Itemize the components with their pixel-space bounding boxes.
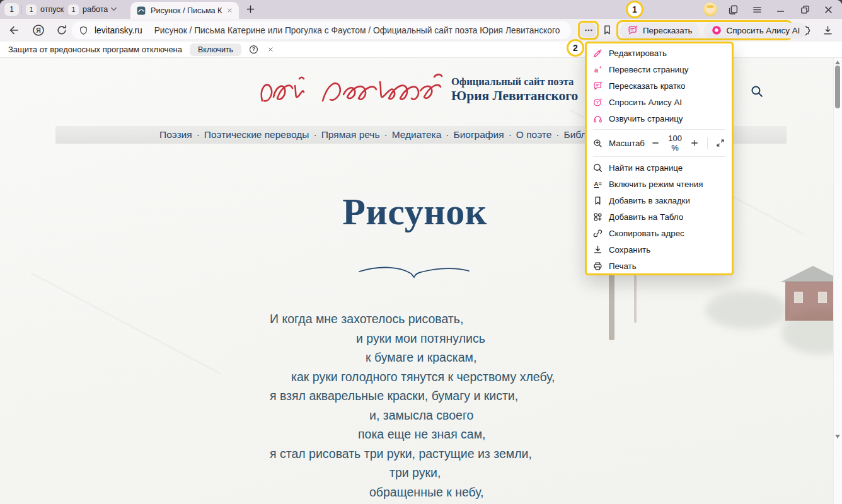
bookmark-icon[interactable]: [601, 24, 613, 36]
menu-divider: [593, 156, 725, 157]
tableau-grid-icon: [592, 212, 603, 222]
back-button[interactable]: [8, 24, 20, 37]
highlight-box-ai-buttons: Пересказать Спросить Алису AI: [616, 20, 793, 40]
alice-chat-icon: [592, 97, 603, 108]
summarize-button[interactable]: Пересказать: [620, 23, 700, 38]
menu-vertical-divider: [707, 137, 708, 149]
scrollbar-down-arrow[interactable]: [835, 435, 840, 438]
active-tab-title: Рисунок / Письма Кате: [151, 6, 222, 15]
printer-icon: [592, 261, 603, 272]
nav-item-direct-speech[interactable]: Прямая речь: [321, 129, 380, 140]
browser-menu-icon[interactable]: [751, 4, 763, 16]
link-icon: [592, 228, 603, 239]
menu-item-read-aloud[interactable]: Озвучить страницу: [587, 110, 732, 127]
decorative-flourish: [358, 265, 470, 282]
enable-protection-button[interactable]: Включить: [190, 43, 241, 56]
menu-item-reader-mode[interactable]: Включить режим чтения: [587, 176, 732, 192]
tab-group-count: 1: [68, 4, 79, 15]
tagline-line2: Юрия Левитанского: [451, 88, 578, 104]
nav-separator: ·: [197, 129, 200, 140]
site-search-icon[interactable]: [749, 83, 765, 100]
tab-separator: [21, 5, 22, 14]
poem-line: пока еще не зная сам,: [358, 425, 555, 444]
menu-item-label: Редактировать: [609, 49, 667, 58]
poem-line: к бумаге и краскам,: [366, 348, 555, 367]
restore-window-button[interactable]: [799, 4, 811, 16]
minimize-button[interactable]: [775, 4, 787, 16]
poem-line: и, замысла своего: [369, 406, 555, 425]
fullscreen-icon[interactable]: [715, 137, 725, 149]
nav-item-poetry[interactable]: Поэзия: [159, 129, 192, 140]
nav-separator: ·: [556, 129, 559, 140]
poem: И когда мне захотелось рисовать, и руки …: [270, 309, 555, 501]
menu-item-edit[interactable]: Редактировать: [587, 45, 732, 61]
menu-item-summarize-briefly[interactable]: Пересказать кратко: [587, 77, 732, 94]
site-logo-signature[interactable]: [257, 68, 446, 113]
nav-item-media[interactable]: Медиатека: [392, 129, 442, 140]
poem-line: И когда мне захотелось рисовать,: [270, 309, 555, 329]
menu-item-translate-page[interactable]: Перевести страницу: [587, 61, 732, 77]
search-icon: [592, 163, 603, 173]
menu-item-ask-alice[interactable]: Спросить Алису AI: [587, 94, 732, 110]
refresh-button[interactable]: [55, 24, 68, 37]
menu-item-add-bookmark[interactable]: Добавить в закладки: [587, 192, 732, 209]
menu-item-print[interactable]: Печать: [587, 258, 732, 274]
zoom-in-icon: [592, 138, 603, 149]
active-tab[interactable]: Рисунок / Письма Кате: [130, 2, 239, 19]
site-tagline: Официальный сайт поэта Юрия Левитанского: [451, 76, 578, 104]
tab-bar: 1 1 отпуск 1 работа Рисунок / Письма Кат…: [0, 0, 842, 19]
zoom-out-button[interactable]: [650, 137, 660, 149]
nav-item-about[interactable]: О поэте: [516, 129, 552, 140]
infobar-message: Защита от вредоносных программ отключена: [8, 45, 182, 54]
chevron-down-icon[interactable]: [108, 4, 119, 14]
poem-line: обращенные к небу,: [369, 483, 555, 502]
poem-line: три руки,: [389, 463, 555, 483]
alice-avatar[interactable]: [703, 3, 717, 16]
menu-item-label: Найти на странице: [609, 163, 683, 173]
background-house: [785, 282, 841, 321]
menu-item-label: Добавить на Табло: [609, 212, 683, 222]
tab-close-icon[interactable]: [226, 7, 233, 14]
menu-item-label: Скопировать адрес: [609, 229, 684, 238]
tab-group-count: 1: [26, 4, 37, 15]
tab-group-label: работа: [83, 5, 108, 14]
tab-panels-icon[interactable]: [727, 4, 739, 16]
help-icon[interactable]: [248, 44, 259, 55]
menu-item-label: Включить режим чтения: [609, 180, 703, 189]
tab-group-work[interactable]: 1 работа: [68, 3, 108, 16]
menu-item-add-to-tableau[interactable]: Добавить на Табло: [587, 209, 732, 225]
ask-alice-button[interactable]: Спросить Алису AI: [704, 23, 807, 38]
browser-toolbar: levitansky.ru Рисунок / Письма Катерине …: [0, 19, 842, 42]
zoom-value: 100 %: [666, 134, 684, 152]
nav-separator: ·: [509, 129, 512, 140]
address-bar[interactable]: levitansky.ru Рисунок / Письма Катерине …: [72, 21, 571, 39]
tagline-line1: Официальный сайт поэта: [451, 76, 578, 88]
menu-item-copy-address[interactable]: Скопировать адрес: [587, 225, 732, 241]
close-window-button[interactable]: [822, 4, 834, 16]
menu-divider: [593, 129, 725, 130]
url-domain: levitansky.ru: [95, 26, 142, 35]
scrollbar-up-arrow[interactable]: [835, 60, 840, 64]
poem-line: как руки голодного тянутся к черствому х…: [291, 367, 555, 387]
zoom-in-button[interactable]: [689, 137, 700, 149]
infobar-close-icon[interactable]: [267, 46, 274, 53]
tab-overflow-badge[interactable]: 1: [4, 3, 19, 16]
menu-item-label: Сохранить: [609, 245, 650, 255]
menu-item-label: Озвучить страницу: [609, 114, 683, 123]
menu-item-label: Перевести страницу: [609, 65, 688, 74]
tab-group-vacation[interactable]: 1 отпуск: [26, 3, 64, 16]
yandex-button[interactable]: [32, 23, 45, 37]
downloads-icon[interactable]: [822, 25, 834, 37]
menu-item-save[interactable]: Сохранить: [587, 241, 732, 258]
menu-item-label: Пересказать кратко: [609, 81, 685, 91]
menu-item-find-on-page[interactable]: Найти на странице: [587, 159, 732, 176]
scrollbar-thumb[interactable]: [835, 66, 840, 108]
shield-icon[interactable]: [78, 25, 89, 36]
new-tab-button[interactable]: [245, 3, 257, 15]
nav-item-translations[interactable]: Поэтические переводы: [204, 129, 309, 140]
menu-item-label: Спросить Алису AI: [609, 98, 682, 107]
annotation-step-1: 1: [626, 1, 643, 18]
poem-line: я взял акварельные краски, бумагу и кист…: [270, 386, 555, 406]
pencil-icon: [592, 48, 603, 59]
nav-item-biography[interactable]: Биография: [454, 129, 504, 140]
